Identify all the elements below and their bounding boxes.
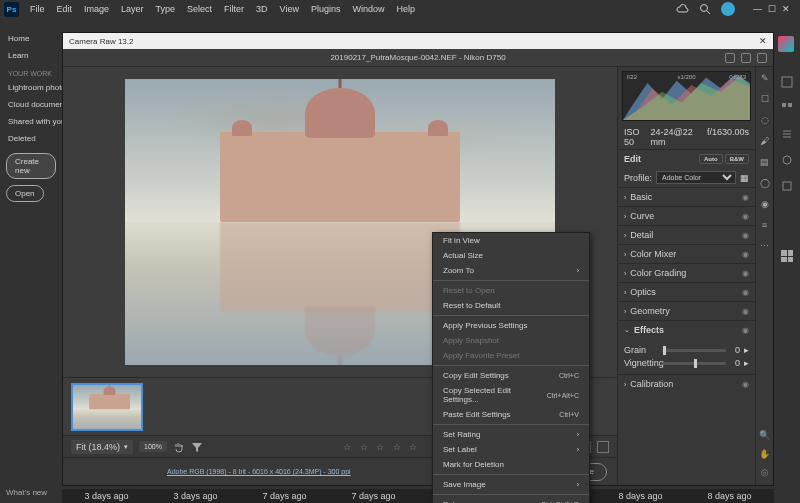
vignette-slider[interactable]: Vignetting 0▸ xyxy=(624,358,749,368)
crw-edit-panel: f/22 s1/200 0±283 ISO 5024-24@22 mmf/163… xyxy=(617,67,755,485)
context-menu-item[interactable]: Reset to Default xyxy=(433,298,589,313)
context-menu-item[interactable]: Zoom To› xyxy=(433,263,589,278)
preset-tool-icon[interactable]: ≡ xyxy=(759,220,770,231)
context-menu-item[interactable]: Fit in View xyxy=(433,233,589,248)
user-avatar-icon[interactable] xyxy=(721,2,735,16)
context-menu-item[interactable]: Mark for Deletion xyxy=(433,457,589,472)
hand-tool-icon[interactable]: ✋ xyxy=(759,449,770,460)
heal-tool-icon[interactable]: ◌ xyxy=(759,115,770,126)
section-basic[interactable]: ›Basic◉ xyxy=(618,187,755,206)
adjustments-panel-icon[interactable] xyxy=(781,154,793,166)
context-menu-item[interactable]: Paste Edit SettingsCtrl+V xyxy=(433,407,589,422)
more-tool-icon[interactable]: ⋯ xyxy=(759,241,770,252)
gear-icon[interactable] xyxy=(741,53,751,63)
context-menu-item: Apply Snapshot xyxy=(433,333,589,348)
ps-logo-icon: Ps xyxy=(4,2,19,17)
filmstrip-thumbnail[interactable] xyxy=(71,383,143,431)
camera-raw-window: Camera Raw 13.2 ✕ 20190217_PutraMosque-0… xyxy=(62,32,774,486)
svg-point-0 xyxy=(701,5,708,12)
context-menu-item[interactable]: Apply Previous Settings xyxy=(433,318,589,333)
section-curve[interactable]: ›Curve◉ xyxy=(618,206,755,225)
timeline-date: 3 days ago xyxy=(173,491,217,501)
svg-rect-4 xyxy=(788,103,792,107)
whats-new-link[interactable]: What's new xyxy=(6,488,47,497)
rating-stars[interactable]: ☆ ☆ ☆ ☆ ☆ xyxy=(343,442,420,452)
window-close-icon[interactable]: ✕ xyxy=(782,4,790,14)
libraries-panel-icon[interactable] xyxy=(781,180,793,192)
svg-rect-3 xyxy=(782,103,786,107)
sidebar-item-cloud[interactable]: Cloud documents xyxy=(6,96,56,113)
radial-tool-icon[interactable]: ◯ xyxy=(759,178,770,189)
menu-3d[interactable]: 3D xyxy=(251,2,273,16)
window-minimize-icon[interactable]: — xyxy=(753,4,762,14)
color-panel-icon[interactable] xyxy=(781,76,793,88)
crop-tool-icon[interactable]: ☐ xyxy=(759,94,770,105)
profile-label: Profile: xyxy=(624,173,652,183)
zoom-100-button[interactable]: 100% xyxy=(139,441,167,452)
hand-tool-icon[interactable] xyxy=(173,441,185,453)
section-geometry[interactable]: ›Geometry◉ xyxy=(618,301,755,320)
open-button[interactable]: Open xyxy=(6,185,44,202)
auto-button[interactable]: Auto xyxy=(699,154,723,164)
bw-button[interactable]: B&W xyxy=(725,154,749,164)
fullscreen-icon[interactable] xyxy=(757,53,767,63)
context-menu[interactable]: Fit in ViewActual SizeZoom To›Reset to O… xyxy=(432,232,590,503)
menu-file[interactable]: File xyxy=(25,2,50,16)
section-detail[interactable]: ›Detail◉ xyxy=(618,225,755,244)
topbar-controls: — ☐ ✕ xyxy=(675,0,800,18)
context-menu-item[interactable]: Actual Size xyxy=(433,248,589,263)
swatch-preview-icon[interactable] xyxy=(778,36,796,62)
zoom-tool-icon[interactable]: 🔍 xyxy=(759,430,770,441)
search-icon[interactable] xyxy=(699,3,711,15)
file-info-link[interactable]: Adobe RGB (1998) - 8 bit - 6016 x 4016 (… xyxy=(73,468,445,475)
grain-slider[interactable]: Grain 0▸ xyxy=(624,345,749,355)
menu-type[interactable]: Type xyxy=(151,2,181,16)
context-menu-item[interactable]: Save Image› xyxy=(433,477,589,492)
brush-tool-icon[interactable]: 🖌 xyxy=(759,136,770,147)
sidebar-item-home[interactable]: Home xyxy=(6,30,56,47)
zoom-fit-dropdown[interactable]: Fit (18.4%) ▾ xyxy=(71,440,133,454)
properties-panel-icon[interactable] xyxy=(781,128,793,140)
menu-edit[interactable]: Edit xyxy=(52,2,78,16)
sidebar-item-deleted[interactable]: Deleted xyxy=(6,130,56,147)
cloud-icon[interactable] xyxy=(675,4,689,14)
window-maximize-icon[interactable]: ☐ xyxy=(768,4,776,14)
layers-grid-icon[interactable] xyxy=(781,250,793,262)
menu-select[interactable]: Select xyxy=(182,2,217,16)
section-effects[interactable]: ⌄Effects◉ xyxy=(618,320,755,339)
redeye-tool-icon[interactable]: ◉ xyxy=(759,199,770,210)
histogram[interactable]: f/22 s1/200 0±283 xyxy=(622,71,751,121)
sidebar-item-shared[interactable]: Shared with you xyxy=(6,113,56,130)
menu-image[interactable]: Image xyxy=(79,2,114,16)
profile-browse-icon[interactable]: ▦ xyxy=(740,173,749,183)
edit-tool-icon[interactable]: ✎ xyxy=(759,73,770,84)
context-menu-item[interactable]: Set Rating› xyxy=(433,427,589,442)
strip-view-icon[interactable] xyxy=(597,441,609,453)
menu-window[interactable]: Window xyxy=(348,2,390,16)
context-menu-item[interactable]: Copy Edit SettingsCtrl+C xyxy=(433,368,589,383)
section-color-grading[interactable]: ›Color Grading◉ xyxy=(618,263,755,282)
menu-help[interactable]: Help xyxy=(392,2,421,16)
menu-view[interactable]: View xyxy=(275,2,304,16)
section-color-mixer[interactable]: ›Color Mixer◉ xyxy=(618,244,755,263)
swatches-panel-icon[interactable] xyxy=(781,102,793,114)
context-menu-item[interactable]: Enhance...Ctrl+Shift+D xyxy=(433,497,589,503)
menu-layer[interactable]: Layer xyxy=(116,2,149,16)
right-dock xyxy=(774,18,800,485)
compare-icon[interactable] xyxy=(725,53,735,63)
menu-filter[interactable]: Filter xyxy=(219,2,249,16)
section-calibration[interactable]: ›Calibration◉ xyxy=(618,374,755,393)
menu-plugins[interactable]: Plugins xyxy=(306,2,346,16)
sidebar-item-lightroom[interactable]: Lightroom photos xyxy=(6,79,56,96)
profile-dropdown[interactable]: Adobe Color xyxy=(656,171,736,184)
sampler-tool-icon[interactable]: ⦾ xyxy=(759,468,770,479)
crw-titlebar[interactable]: Camera Raw 13.2 ✕ xyxy=(63,33,773,49)
sidebar-item-learn[interactable]: Learn xyxy=(6,47,56,64)
filter-icon[interactable] xyxy=(191,441,203,453)
context-menu-item[interactable]: Copy Selected Edit Settings...Ctrl+Alt+C xyxy=(433,383,589,407)
gradient-tool-icon[interactable]: ▤ xyxy=(759,157,770,168)
create-new-button[interactable]: Create new xyxy=(6,153,56,179)
context-menu-item[interactable]: Set Label› xyxy=(433,442,589,457)
crw-close-icon[interactable]: ✕ xyxy=(759,37,767,45)
section-optics[interactable]: ›Optics◉ xyxy=(618,282,755,301)
